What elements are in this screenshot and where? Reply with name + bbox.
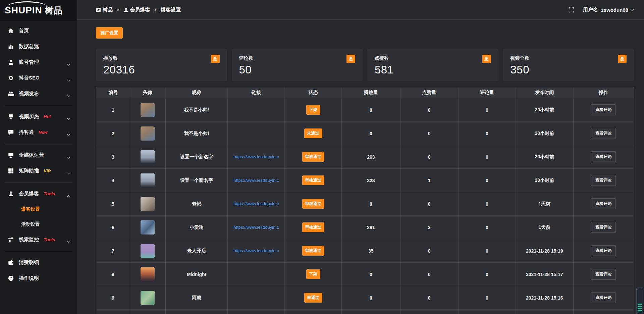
status-badge: 审核通过: [302, 175, 324, 185]
avatar: [141, 150, 155, 164]
avatar: [141, 244, 155, 258]
video-link[interactable]: https://www.iesdouyin.c: [233, 248, 279, 253]
sidebar-item-home[interactable]: 首页: [0, 23, 77, 39]
avatar: [141, 220, 155, 234]
app-logo[interactable]: SHUPIN 树品: [0, 0, 77, 21]
video-link[interactable]: https://www.iesdouyin.c: [233, 225, 279, 230]
question-icon: ?: [8, 275, 14, 281]
cell-plays: 328: [342, 169, 400, 192]
column-header: 头像: [130, 87, 166, 98]
cell-publish-time: 2021-11-28 15:19: [516, 239, 573, 262]
sidebar-item-label: 数据总览: [19, 43, 39, 50]
cell-id: 4: [96, 169, 130, 192]
cell-link: [228, 98, 285, 121]
table-row: 8 Midnight 下架 0 0 0 2021-11-28 15:17 查看评…: [96, 263, 634, 286]
cell-likes: 0: [400, 192, 459, 215]
cell-id: 9: [96, 286, 130, 309]
chevron-down-icon: [67, 115, 70, 118]
cell-action: 查看评论: [574, 145, 634, 168]
sidebar-item-label: 全媒体运营: [19, 152, 44, 158]
status-badge: 下架: [306, 105, 320, 115]
sidebar-divider: [5, 251, 72, 251]
view-comments-button[interactable]: 查看评论: [591, 175, 616, 186]
view-comments-button[interactable]: 查看评论: [591, 198, 616, 209]
video-link[interactable]: https://www.iesdouyin.c: [233, 178, 279, 183]
promotion-settings-button[interactable]: 推广设置: [96, 27, 123, 39]
avatar: [141, 103, 155, 117]
view-comments-button[interactable]: 查看评论: [591, 104, 616, 115]
cell-avatar: [130, 122, 166, 145]
sidebar-item-member-baoke[interactable]: 会员爆客 Tools: [0, 186, 77, 202]
sidebar-item-douyin-seo[interactable]: 抖音SEO: [0, 70, 77, 86]
view-comments-button[interactable]: 查看评论: [591, 222, 616, 233]
sidebar-item-data-overview[interactable]: 数据总览: [0, 39, 77, 54]
cell-action: 查看评论: [574, 98, 634, 121]
view-comments-button[interactable]: 查看评论: [591, 292, 616, 303]
video-link[interactable]: https://www.iesdouyin.c: [233, 154, 279, 159]
table-row: 5 老彬 https://www.iesdouyin.c 审核通过 0 0 0 …: [96, 192, 634, 216]
stat-card: 评论数 50 总: [232, 49, 363, 81]
breadcrumb-item-shupin[interactable]: 树品: [96, 7, 113, 13]
view-comments-button[interactable]: 查看评论: [591, 269, 616, 280]
sidebar-item-label: 会员爆客: [19, 191, 39, 197]
sidebar-item-clue-monitor[interactable]: 线索监控 Tools: [0, 232, 77, 248]
cell-action: 查看评论: [574, 122, 634, 145]
cell-id: [96, 310, 130, 314]
stat-label: 视频个数: [511, 55, 627, 61]
cell-likes: 1: [400, 169, 459, 192]
view-comments-button[interactable]: 查看评论: [591, 151, 616, 162]
breadcrumb-item-baoke-settings[interactable]: 爆客设置: [161, 7, 181, 13]
cell-nickname: 老人开店: [166, 239, 228, 262]
cell-link: [228, 122, 285, 145]
sidebar-item-account-management[interactable]: 账号管理: [0, 54, 77, 70]
table-row: [96, 310, 634, 314]
sidebar-item-consumption-detail[interactable]: 消费明细: [0, 255, 77, 270]
cell-link: https://www.iesdouyin.c: [228, 192, 285, 215]
table-row: 7 老人开店 https://www.iesdouyin.c 审核通过 35 0…: [96, 239, 634, 263]
view-comments-button[interactable]: 查看评论: [591, 128, 616, 139]
sidebar-item-douketong[interactable]: 抖客通 New: [0, 124, 77, 140]
main-area: 树品 > 会员爆客 > 爆客设置 用户名: zswodun88 推广设置 播放数…: [77, 0, 644, 314]
cell-nickname: Midnight: [166, 263, 228, 286]
cell-nickname: 设置一个新名字: [166, 169, 228, 192]
cell-status: 审核通过: [285, 216, 342, 239]
cell-status: [285, 310, 342, 314]
sidebar-subitem-baoke-settings[interactable]: 爆客设置: [0, 202, 77, 217]
wallet-icon: [8, 260, 14, 265]
sidebar-item-label: 视频发布: [19, 91, 39, 97]
sidebar-item-video-publish[interactable]: 视频发布: [0, 86, 77, 102]
cell-publish-time: 2021-11-28 15:17: [516, 263, 573, 286]
chevron-down-icon: [67, 131, 70, 134]
status-badge: 审核通过: [302, 246, 324, 256]
cell-avatar: [130, 98, 166, 121]
sidebar-item-label: 操作说明: [19, 275, 39, 281]
topbar: 树品 > 会员爆客 > 爆客设置 用户名: zswodun88: [77, 0, 644, 20]
sidebar-subitem-activity-settings[interactable]: 活动设置: [0, 217, 77, 232]
sidebar-item-operation-guide[interactable]: ? 操作说明: [0, 270, 77, 286]
fullscreen-icon[interactable]: [569, 7, 574, 13]
breadcrumb: 树品 > 会员爆客 > 爆客设置: [96, 7, 181, 13]
svg-text:?: ?: [10, 276, 12, 280]
stat-label: 点赞数: [375, 55, 491, 61]
sidebar-divider: [5, 182, 72, 182]
cell-nickname: 我不是小帅!: [166, 122, 228, 145]
sidebar-item-tag: Tools: [44, 191, 55, 196]
status-badge: 审核通过: [302, 222, 324, 232]
cell-comments: 0: [459, 263, 516, 286]
home-icon: [8, 28, 14, 34]
sidebar-item-video-heat[interactable]: 视频加热 Hot: [0, 109, 77, 124]
column-header: 链接: [228, 87, 285, 98]
sidebar-item-all-media-operation[interactable]: 全媒体运营: [0, 147, 77, 163]
cell-avatar: [130, 239, 166, 262]
floating-widget[interactable]: [636, 287, 643, 314]
cell-link: [228, 263, 285, 286]
cell-avatar: [130, 263, 166, 286]
sidebar-item-matrix-boost[interactable]: 矩阵助推 VIP: [0, 163, 77, 179]
cell-avatar: [130, 169, 166, 192]
user-menu[interactable]: 用户名: zswodun88: [583, 7, 634, 13]
breadcrumb-item-member-baoke[interactable]: 会员爆客: [123, 7, 150, 13]
cell-action: 查看评论: [574, 263, 634, 286]
view-comments-button[interactable]: 查看评论: [591, 245, 616, 256]
sidebar-item-label: 矩阵助推: [19, 168, 39, 174]
video-link[interactable]: https://www.iesdouyin.c: [233, 201, 279, 206]
